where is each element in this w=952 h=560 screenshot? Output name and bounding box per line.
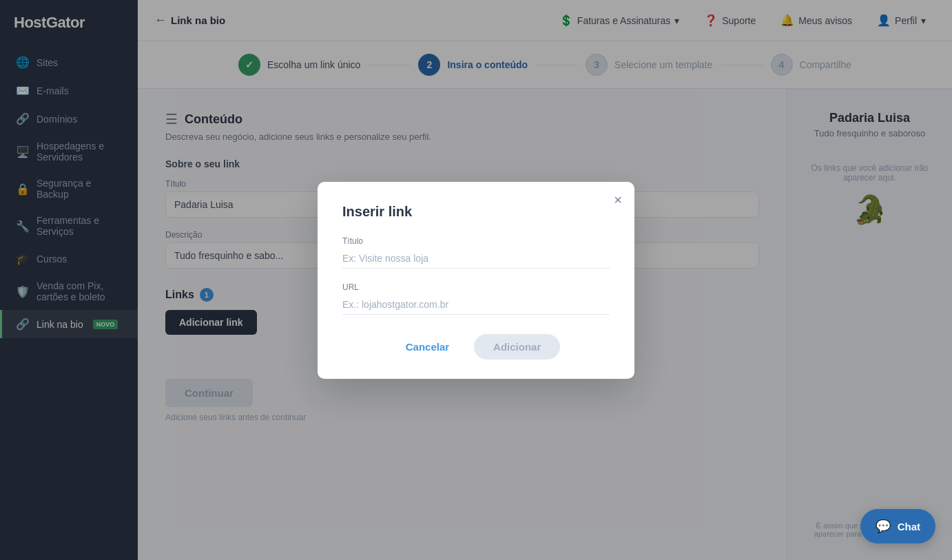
modal-title-label: Título [342,236,610,246]
modal-title-field: Título [342,236,610,269]
modal-cancel-button[interactable]: Cancelar [392,334,463,360]
modal-close-button[interactable]: × [614,193,622,207]
insert-link-modal: × Inserir link Título URL Cancelar Adici… [318,182,634,379]
modal-url-field: URL [342,282,610,315]
modal-title-input[interactable] [342,249,610,269]
modal-url-input[interactable] [342,295,610,315]
modal-overlay[interactable]: × Inserir link Título URL Cancelar Adici… [0,0,952,560]
modal-actions: Cancelar Adicionar [342,334,610,360]
modal-add-button[interactable]: Adicionar [474,334,560,360]
modal-title: Inserir link [342,204,610,220]
chat-button[interactable]: 💬 Chat [860,509,935,543]
modal-url-label: URL [342,282,610,292]
chat-label: Chat [898,521,920,532]
chat-icon: 💬 [876,519,891,534]
